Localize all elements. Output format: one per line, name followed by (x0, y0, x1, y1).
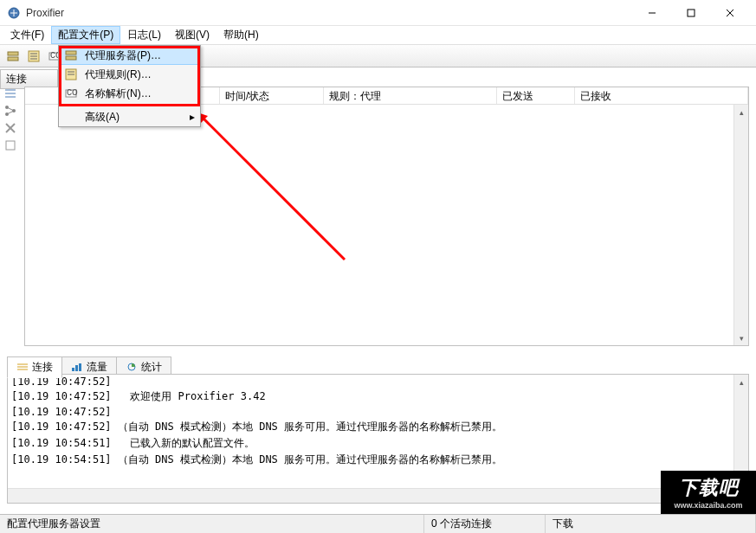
dropdown-label: 名称解析(N)… (85, 87, 152, 101)
svg-line-30 (7, 107, 14, 111)
log-line: [10.19 10:54:51] 已载入新的默认配置文件。 (8, 435, 748, 452)
log-panel: [10.19 10:47:52] [10.19 10:47:52] 欢迎使用 P… (7, 374, 749, 504)
svg-rect-5 (8, 52, 18, 55)
watermark: 下载吧 www.xiazaiba.com (661, 471, 756, 514)
side-list-icon[interactable] (3, 87, 17, 100)
tab-connections[interactable]: 连接 (7, 356, 62, 378)
blank-icon (64, 110, 78, 124)
dropdown-proxy-rules[interactable]: 代理规则(R)… (59, 65, 200, 84)
column-header-sent[interactable]: 已发送 (497, 87, 575, 104)
menu-profile[interactable]: 配置文件(P) (51, 26, 120, 44)
column-header-time[interactable]: 时间/状态 (220, 87, 324, 104)
dropdown-name-resolution[interactable]: com 名称解析(N)… (59, 84, 200, 103)
toolbar-proxy-servers-icon[interactable] (3, 47, 23, 66)
column-header-rule[interactable]: 规则：代理 (324, 87, 497, 104)
log-line: [10.19 10:47:52] (8, 405, 748, 419)
scroll-down-icon[interactable]: ▾ (734, 331, 748, 345)
close-button[interactable] (710, 1, 749, 25)
statusbar: 配置代理服务器设置 0 个活动连接 下载 (0, 514, 756, 533)
svg-rect-40 (79, 363, 81, 371)
dropdown-proxy-servers[interactable]: 代理服务器(P)… (59, 46, 200, 65)
svg-text:com: com (67, 87, 78, 98)
svg-rect-6 (8, 57, 18, 61)
minimize-button[interactable] (632, 1, 671, 25)
profile-dropdown: 代理服务器(P)… 代理规则(R)… com 名称解析(N)… 高级(A) ▸ (58, 45, 201, 127)
watermark-url: www.xiazaiba.com (674, 501, 742, 510)
svg-line-31 (7, 111, 14, 114)
titlebar: Proxifier (0, 0, 756, 26)
dropdown-label: 代理服务器(P)… (85, 48, 161, 63)
toolbar-rules-icon[interactable] (24, 47, 43, 66)
tab-label: 流量 (87, 360, 107, 375)
submenu-arrow-icon: ▸ (190, 111, 195, 123)
log-horizontal-scrollbar[interactable] (8, 488, 733, 503)
tab-label: 统计 (141, 360, 162, 375)
tab-label: 连接 (32, 360, 53, 375)
side-tree-icon[interactable] (3, 104, 17, 118)
svg-rect-16 (66, 56, 76, 60)
menu-log[interactable]: 日志(L) (120, 26, 168, 44)
dns-icon: com (64, 87, 78, 100)
maximize-button[interactable] (671, 1, 710, 25)
tab-stats-icon (126, 362, 138, 374)
tab-traffic-icon (71, 362, 83, 374)
vertical-scrollbar[interactable]: ▴ ▾ (733, 105, 748, 345)
log-line: [10.19 10:47:52] （自动 DNS 模式检测）本地 DNS 服务可… (8, 419, 748, 435)
side-toolbar (3, 87, 21, 152)
svg-rect-34 (6, 141, 15, 150)
scroll-up-icon[interactable]: ▴ (734, 375, 748, 389)
status-download: 下载 (546, 515, 756, 533)
servers-icon (64, 48, 78, 62)
svg-rect-2 (688, 10, 695, 16)
dropdown-separator (62, 105, 197, 106)
window-title: Proxifier (26, 7, 632, 19)
menu-view[interactable]: 视图(V) (168, 26, 216, 44)
dropdown-label: 代理规则(R)… (85, 67, 152, 82)
log-line: [10.19 10:54:51] （自动 DNS 模式检测）本地 DNS 服务可… (8, 452, 748, 468)
scroll-up-icon[interactable]: ▴ (734, 105, 748, 119)
log-line: [10.19 10:47:52] 欢迎使用 Proxifier 3.42 (8, 389, 748, 405)
dropdown-label: 高级(A) (85, 110, 120, 125)
watermark-text: 下载吧 (679, 475, 739, 501)
log-line: [10.19 10:47:52] (8, 375, 748, 389)
svg-rect-15 (66, 51, 76, 55)
side-refresh-icon[interactable] (3, 138, 17, 152)
dropdown-advanced[interactable]: 高级(A) ▸ (59, 107, 200, 126)
menu-help[interactable]: 帮助(H) (216, 26, 266, 44)
status-left: 配置代理服务器设置 (0, 515, 424, 533)
menu-file[interactable]: 文件(F) (3, 26, 51, 44)
rules-icon (64, 67, 78, 81)
window-controls (632, 1, 749, 25)
svg-rect-38 (72, 368, 74, 371)
tab-connections-icon (16, 362, 29, 374)
app-icon (7, 6, 21, 20)
status-connections: 0 个活动连接 (424, 515, 546, 533)
menubar: 文件(F) 配置文件(P) 日志(L) 视图(V) 帮助(H) (0, 26, 756, 45)
svg-rect-39 (75, 365, 78, 371)
side-close-icon[interactable] (3, 121, 17, 135)
column-header-received[interactable]: 已接收 (575, 87, 748, 104)
